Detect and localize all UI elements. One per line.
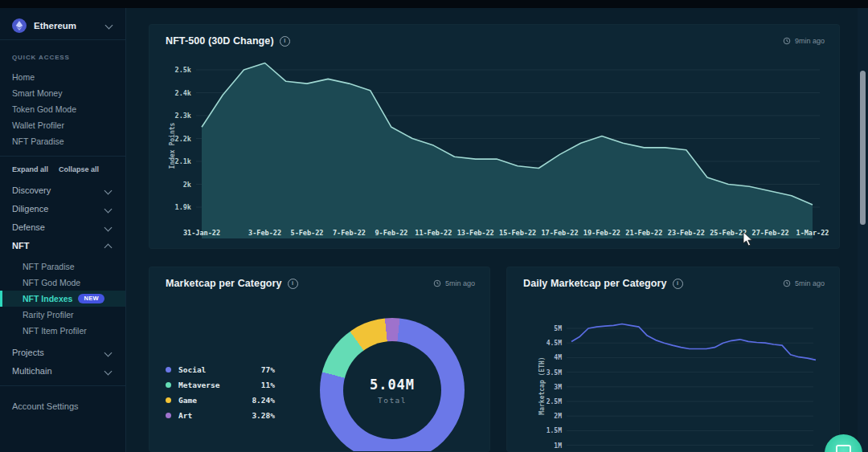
sidebar-item-rarity-profiler[interactable]: Rarity Profiler <box>0 307 125 323</box>
y-axis-tick-label: 2.1k <box>175 157 191 165</box>
sidebar-item-nft-item-profiler[interactable]: NFT Item Profiler <box>0 323 125 339</box>
chat-icon <box>836 445 851 452</box>
scrollbar-thumb[interactable] <box>860 71 866 225</box>
marketcap-donut-chart[interactable]: 5.04M Total <box>320 318 465 452</box>
x-axis-tick-label: 15-Feb-22 <box>499 229 536 237</box>
updated-label: 5min ago <box>445 279 475 287</box>
y-axis-tick-label: 4.5M <box>547 340 562 347</box>
legend-item-metaverse[interactable]: Metaverse 11% <box>166 377 275 393</box>
refresh-status[interactable]: 5min ago <box>433 279 475 287</box>
sidebar-section-nft[interactable]: NFT <box>0 237 125 255</box>
legend-label: Social <box>178 365 241 374</box>
y-axis-tick-label: 5M <box>554 325 562 332</box>
x-axis-tick-label: 1-Mar-22 <box>796 229 829 237</box>
card-title: Marketcap per Category <box>166 278 282 289</box>
info-icon[interactable]: i <box>288 279 298 289</box>
item-label: NFT God Mode <box>23 275 80 291</box>
chain-selector[interactable]: Ethereum <box>0 12 126 39</box>
x-axis-tick-label: 9-Feb-22 <box>375 229 407 237</box>
top-edge-strip <box>0 0 868 8</box>
legend-dot <box>166 367 171 373</box>
x-axis-tick-label: 17-Feb-22 <box>541 229 578 237</box>
clock-icon <box>433 279 441 287</box>
section-label: Defense <box>12 222 45 232</box>
section-label: Discovery <box>12 185 51 195</box>
ethereum-icon <box>12 18 27 33</box>
section-label: NFT <box>12 241 29 250</box>
section-label: Diligence <box>12 204 48 214</box>
tree-actions: Expand all Collapse all <box>12 165 99 178</box>
sidebar-item-home[interactable]: Home <box>0 69 125 85</box>
marketcap-card: Marketcap per Category i 5min ago Social… <box>149 267 490 452</box>
y-axis-tick-label: 4M <box>554 354 562 361</box>
y-axis-tick-label: 2.3k <box>175 112 191 120</box>
y-axis-tick-label: 2.4k <box>175 89 191 97</box>
x-axis-tick-label: 23-Feb-22 <box>668 229 705 237</box>
x-axis-tick-label: 19-Feb-22 <box>583 229 620 237</box>
legend-item-game[interactable]: Game 8.24% <box>166 393 275 408</box>
daily-marketcap-line-chart[interactable]: 5M4.5M4M3.5M3M2.5M2M1.5M1M <box>507 267 840 452</box>
donut-total-value: 5.04M <box>370 377 415 393</box>
chevron-down-icon <box>104 206 113 214</box>
divider <box>0 385 125 386</box>
item-label: Rarity Profiler <box>23 307 74 323</box>
legend-value: 11% <box>241 381 275 389</box>
sidebar: Ethereum QUICK ACCESS Home Smart Money T… <box>0 8 126 452</box>
sidebar-section-discovery[interactable]: Discovery <box>0 181 125 199</box>
donut-legend: Social 77% Metaverse 11% Game 8.24% Art … <box>166 362 275 423</box>
legend-label: Metaverse <box>178 381 241 389</box>
collapse-all-button[interactable]: Collapse all <box>59 165 99 178</box>
sidebar-item-nft-paradise[interactable]: NFT Paradise <box>0 259 125 275</box>
nft500-area-chart[interactable]: 2.5k2.4k2.3k2.2k2.1k2k1.9k31-Jan-223-Feb… <box>149 25 840 249</box>
expand-all-button[interactable]: Expand all <box>12 165 48 178</box>
sidebar-section-defense[interactable]: Defense <box>0 218 125 236</box>
quick-access-heading: QUICK ACCESS <box>12 54 70 61</box>
sidebar-item-nft-god-mode[interactable]: NFT God Mode <box>0 275 125 291</box>
x-axis-tick-label: 31-Jan-22 <box>183 229 220 237</box>
legend-value: 77% <box>241 365 275 374</box>
sidebar-item-nft-indexes[interactable]: NFT Indexes NEW <box>0 291 125 307</box>
chevron-down-icon <box>104 224 113 232</box>
sidebar-item-smart-money[interactable]: Smart Money <box>0 85 125 101</box>
section-label: Multichain <box>12 366 52 376</box>
chevron-up-icon <box>104 244 113 252</box>
chevron-down-icon <box>104 187 113 195</box>
legend-value: 8.24% <box>241 396 275 405</box>
line-series <box>571 324 816 360</box>
donut-center: 5.04M Total <box>343 341 441 439</box>
item-label: NFT Item Profiler <box>23 323 87 339</box>
sidebar-item-account-settings[interactable]: Account Settings <box>0 398 125 414</box>
legend-dot <box>166 397 171 403</box>
x-axis-tick-label: 7-Feb-22 <box>333 229 366 237</box>
x-axis-tick-label: 13-Feb-22 <box>457 229 494 237</box>
sidebar-item-token-god-mode[interactable]: Token God Mode <box>0 101 125 117</box>
item-label: NFT Indexes <box>23 291 72 307</box>
y-axis-tick-label: 3.5M <box>547 369 562 377</box>
nft500-card: NFT-500 (30D Change) i 9min ago Index Po… <box>149 24 840 249</box>
y-axis-tick-label: 2k <box>183 181 191 189</box>
legend-item-social[interactable]: Social 77% <box>166 362 275 377</box>
x-axis-tick-label: 27-Feb-22 <box>752 229 789 237</box>
sidebar-section-multichain[interactable]: Multichain <box>0 362 125 380</box>
divider <box>0 39 125 40</box>
sidebar-item-nft-paradise-quick[interactable]: NFT Paradise <box>0 133 125 149</box>
y-axis-tick-label: 1M <box>554 442 562 450</box>
x-axis-tick-label: 21-Feb-22 <box>625 229 662 237</box>
legend-item-art[interactable]: Art 3.28% <box>166 408 275 423</box>
x-axis-tick-label: 25-Feb-22 <box>710 229 747 237</box>
new-badge: NEW <box>78 294 104 303</box>
legend-dot <box>166 413 171 418</box>
sidebar-section-projects[interactable]: Projects <box>0 344 125 361</box>
active-indicator <box>0 291 2 307</box>
chevron-down-icon <box>105 22 113 30</box>
y-axis-tick-label: 2.5M <box>547 398 562 405</box>
chevron-down-icon <box>104 368 113 376</box>
y-axis-tick-label: 2.5k <box>175 66 191 74</box>
sidebar-item-wallet-profiler[interactable]: Wallet Profiler <box>0 117 125 133</box>
x-axis-tick-label: 3-Feb-22 <box>248 229 281 237</box>
x-axis-tick-label: 11-Feb-22 <box>415 229 452 237</box>
legend-label: Art <box>178 411 241 420</box>
daily-marketcap-card: Daily Marketcap per Category i 5min ago … <box>506 267 840 452</box>
sidebar-section-diligence[interactable]: Diligence <box>0 200 125 218</box>
legend-dot <box>166 382 171 388</box>
